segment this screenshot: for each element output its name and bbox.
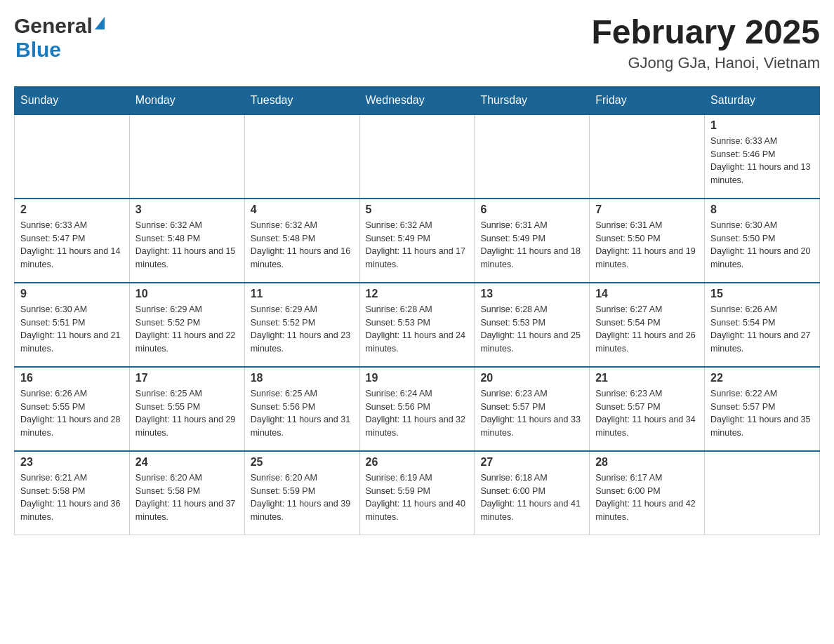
day-number: 15	[710, 288, 814, 300]
calendar-cell: 21Sunrise: 6:23 AMSunset: 5:57 PMDayligh…	[590, 367, 705, 451]
calendar-cell: 17Sunrise: 6:25 AMSunset: 5:55 PMDayligh…	[129, 367, 244, 451]
calendar-cell: 22Sunrise: 6:22 AMSunset: 5:57 PMDayligh…	[705, 367, 820, 451]
page-header: General Blue February 2025 GJong GJa, Ha…	[14, 14, 820, 72]
day-info: Sunrise: 6:20 AMSunset: 5:59 PMDaylight:…	[251, 471, 354, 524]
day-number: 19	[366, 372, 469, 384]
logo: General Blue	[14, 14, 105, 62]
weekday-header-saturday: Saturday	[705, 86, 820, 114]
day-number: 10	[135, 288, 239, 300]
week-row-1: 1Sunrise: 6:33 AMSunset: 5:46 PMDaylight…	[15, 114, 820, 199]
day-number: 1	[710, 119, 814, 132]
day-number: 25	[251, 456, 354, 469]
week-row-4: 16Sunrise: 6:26 AMSunset: 5:55 PMDayligh…	[15, 367, 820, 451]
day-number: 14	[595, 288, 699, 300]
calendar-cell: 15Sunrise: 6:26 AMSunset: 5:54 PMDayligh…	[705, 283, 820, 367]
day-number: 4	[251, 203, 354, 216]
day-info: Sunrise: 6:31 AMSunset: 5:50 PMDaylight:…	[595, 219, 699, 271]
calendar-cell	[475, 114, 590, 199]
logo-arrow-icon	[95, 17, 105, 29]
calendar-cell	[359, 114, 475, 199]
day-number: 16	[20, 372, 124, 384]
month-title: February 2025	[591, 14, 820, 51]
day-number: 20	[480, 372, 583, 384]
day-number: 2	[20, 203, 124, 216]
calendar-cell: 8Sunrise: 6:30 AMSunset: 5:50 PMDaylight…	[705, 199, 820, 283]
calendar-cell	[244, 114, 359, 199]
calendar-cell: 18Sunrise: 6:25 AMSunset: 5:56 PMDayligh…	[244, 367, 359, 451]
calendar-cell: 7Sunrise: 6:31 AMSunset: 5:50 PMDaylight…	[590, 199, 705, 283]
calendar-cell: 1Sunrise: 6:33 AMSunset: 5:46 PMDaylight…	[705, 114, 820, 199]
day-info: Sunrise: 6:29 AMSunset: 5:52 PMDaylight:…	[135, 303, 239, 356]
day-number: 23	[20, 456, 124, 469]
calendar-cell: 13Sunrise: 6:28 AMSunset: 5:53 PMDayligh…	[475, 283, 590, 367]
day-info: Sunrise: 6:25 AMSunset: 5:55 PMDaylight:…	[135, 387, 239, 440]
calendar-cell: 9Sunrise: 6:30 AMSunset: 5:51 PMDaylight…	[15, 283, 130, 367]
logo-blue: Blue	[15, 38, 61, 61]
calendar-cell: 2Sunrise: 6:33 AMSunset: 5:47 PMDaylight…	[15, 199, 130, 283]
day-info: Sunrise: 6:31 AMSunset: 5:49 PMDaylight:…	[480, 219, 583, 271]
calendar-cell: 27Sunrise: 6:18 AMSunset: 6:00 PMDayligh…	[475, 451, 590, 535]
weekday-header-row: SundayMondayTuesdayWednesdayThursdayFrid…	[15, 86, 820, 114]
day-info: Sunrise: 6:18 AMSunset: 6:00 PMDaylight:…	[480, 471, 583, 524]
day-info: Sunrise: 6:32 AMSunset: 5:48 PMDaylight:…	[135, 219, 239, 271]
day-number: 21	[595, 372, 699, 384]
calendar-cell: 26Sunrise: 6:19 AMSunset: 5:59 PMDayligh…	[359, 451, 475, 535]
day-number: 6	[480, 203, 583, 216]
day-info: Sunrise: 6:33 AMSunset: 5:46 PMDaylight:…	[710, 135, 814, 187]
calendar-cell: 19Sunrise: 6:24 AMSunset: 5:56 PMDayligh…	[359, 367, 475, 451]
day-number: 7	[595, 203, 699, 216]
calendar-cell: 11Sunrise: 6:29 AMSunset: 5:52 PMDayligh…	[244, 283, 359, 367]
day-info: Sunrise: 6:19 AMSunset: 5:59 PMDaylight:…	[366, 471, 469, 524]
calendar-cell	[590, 114, 705, 199]
day-number: 18	[251, 372, 354, 384]
weekday-header-monday: Monday	[129, 86, 244, 114]
calendar-cell: 12Sunrise: 6:28 AMSunset: 5:53 PMDayligh…	[359, 283, 475, 367]
day-number: 28	[595, 456, 699, 469]
day-info: Sunrise: 6:32 AMSunset: 5:48 PMDaylight:…	[251, 219, 354, 271]
day-number: 13	[480, 288, 583, 300]
calendar-cell: 25Sunrise: 6:20 AMSunset: 5:59 PMDayligh…	[244, 451, 359, 535]
week-row-3: 9Sunrise: 6:30 AMSunset: 5:51 PMDaylight…	[15, 283, 820, 367]
day-info: Sunrise: 6:30 AMSunset: 5:51 PMDaylight:…	[20, 303, 124, 356]
calendar-cell	[129, 114, 244, 199]
day-number: 11	[251, 288, 354, 300]
day-number: 27	[480, 456, 583, 469]
day-info: Sunrise: 6:32 AMSunset: 5:49 PMDaylight:…	[366, 219, 469, 271]
calendar-cell: 4Sunrise: 6:32 AMSunset: 5:48 PMDaylight…	[244, 199, 359, 283]
day-number: 22	[710, 372, 814, 384]
calendar-cell: 10Sunrise: 6:29 AMSunset: 5:52 PMDayligh…	[129, 283, 244, 367]
calendar-cell: 6Sunrise: 6:31 AMSunset: 5:49 PMDaylight…	[475, 199, 590, 283]
day-number: 24	[135, 456, 239, 469]
day-info: Sunrise: 6:28 AMSunset: 5:53 PMDaylight:…	[366, 303, 469, 356]
calendar-cell: 5Sunrise: 6:32 AMSunset: 5:49 PMDaylight…	[359, 199, 475, 283]
location: GJong GJa, Hanoi, Vietnam	[591, 54, 820, 72]
calendar-cell: 14Sunrise: 6:27 AMSunset: 5:54 PMDayligh…	[590, 283, 705, 367]
calendar-cell: 16Sunrise: 6:26 AMSunset: 5:55 PMDayligh…	[15, 367, 130, 451]
day-info: Sunrise: 6:30 AMSunset: 5:50 PMDaylight:…	[710, 219, 814, 271]
day-info: Sunrise: 6:22 AMSunset: 5:57 PMDaylight:…	[710, 387, 814, 440]
day-info: Sunrise: 6:26 AMSunset: 5:54 PMDaylight:…	[710, 303, 814, 356]
day-info: Sunrise: 6:27 AMSunset: 5:54 PMDaylight:…	[595, 303, 699, 356]
day-info: Sunrise: 6:20 AMSunset: 5:58 PMDaylight:…	[135, 471, 239, 524]
day-number: 26	[366, 456, 469, 469]
day-info: Sunrise: 6:23 AMSunset: 5:57 PMDaylight:…	[480, 387, 583, 440]
day-info: Sunrise: 6:26 AMSunset: 5:55 PMDaylight:…	[20, 387, 124, 440]
day-number: 12	[366, 288, 469, 300]
title-section: February 2025 GJong GJa, Hanoi, Vietnam	[591, 14, 820, 72]
day-info: Sunrise: 6:24 AMSunset: 5:56 PMDaylight:…	[366, 387, 469, 440]
calendar-cell: 24Sunrise: 6:20 AMSunset: 5:58 PMDayligh…	[129, 451, 244, 535]
week-row-2: 2Sunrise: 6:33 AMSunset: 5:47 PMDaylight…	[15, 199, 820, 283]
weekday-header-sunday: Sunday	[15, 86, 130, 114]
day-info: Sunrise: 6:21 AMSunset: 5:58 PMDaylight:…	[20, 471, 124, 524]
weekday-header-tuesday: Tuesday	[244, 86, 359, 114]
weekday-header-wednesday: Wednesday	[359, 86, 475, 114]
day-info: Sunrise: 6:29 AMSunset: 5:52 PMDaylight:…	[251, 303, 354, 356]
weekday-header-friday: Friday	[590, 86, 705, 114]
day-info: Sunrise: 6:17 AMSunset: 6:00 PMDaylight:…	[595, 471, 699, 524]
day-number: 8	[710, 203, 814, 216]
day-number: 17	[135, 372, 239, 384]
day-number: 3	[135, 203, 239, 216]
calendar-cell: 20Sunrise: 6:23 AMSunset: 5:57 PMDayligh…	[475, 367, 590, 451]
day-info: Sunrise: 6:28 AMSunset: 5:53 PMDaylight:…	[480, 303, 583, 356]
day-info: Sunrise: 6:33 AMSunset: 5:47 PMDaylight:…	[20, 219, 124, 271]
